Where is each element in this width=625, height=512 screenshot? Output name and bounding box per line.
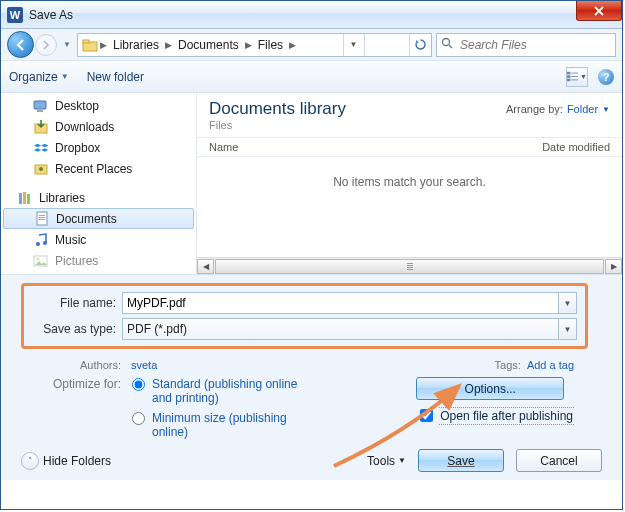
sidebar-item-documents[interactable]: Documents [3, 208, 194, 229]
documents-icon [34, 211, 50, 227]
checkbox-input[interactable] [420, 409, 433, 422]
svg-rect-17 [37, 212, 47, 225]
music-icon [33, 232, 49, 248]
arrow-left-icon [14, 38, 28, 52]
window-title: Save As [29, 8, 73, 22]
help-button[interactable]: ? [598, 69, 614, 85]
radio-input[interactable] [132, 412, 145, 425]
svg-point-22 [43, 241, 47, 245]
svg-rect-7 [567, 79, 570, 82]
svg-rect-4 [571, 73, 578, 74]
chevron-right-icon: ▶ [243, 40, 254, 50]
horizontal-scrollbar[interactable]: ◀ ▶ [197, 257, 622, 274]
sidebar-item-music[interactable]: Music [1, 229, 196, 250]
breadcrumb-seg[interactable]: Documents [174, 34, 243, 56]
save-as-dialog: W Save As ▼ ▶ Libraries ▶ Documents ▶ Fi… [0, 0, 623, 510]
authors-value[interactable]: sveta [131, 359, 157, 371]
savetype-dropdown-button[interactable]: ▼ [559, 318, 577, 340]
arrange-by-control[interactable]: Arrange by: Folder ▼ [506, 103, 610, 115]
sidebar-item-pictures[interactable]: Pictures [1, 250, 196, 271]
col-name[interactable]: Name [209, 141, 542, 153]
chevron-right-icon: ▶ [287, 40, 298, 50]
annotation-highlight-box: File name: ▼ Save as type: PDF (*.pdf) ▼ [21, 283, 588, 349]
save-button[interactable]: Save [418, 449, 504, 472]
svg-rect-6 [571, 76, 578, 77]
sidebar-label: Recent Places [55, 162, 132, 176]
nav-history-dropdown[interactable]: ▼ [61, 40, 73, 49]
authors-label: Authors: [37, 359, 127, 371]
search-icon [441, 37, 454, 53]
hide-folders-label: Hide Folders [43, 454, 111, 468]
close-button[interactable] [576, 1, 622, 21]
svg-point-13 [39, 167, 43, 171]
options-button[interactable]: Options... [416, 377, 564, 400]
breadcrumb-dropdown[interactable]: ▼ [343, 34, 365, 56]
dropbox-icon [33, 140, 49, 156]
column-headers[interactable]: Name Date modified [197, 137, 622, 157]
organize-menu[interactable]: Organize ▼ [9, 70, 69, 84]
breadcrumb-seg[interactable]: Libraries [109, 34, 163, 56]
tools-menu[interactable]: Tools ▼ [367, 454, 406, 468]
sidebar-group-libraries[interactable]: Libraries [1, 187, 196, 208]
svg-rect-10 [37, 110, 43, 112]
svg-rect-16 [27, 194, 30, 204]
library-title: Documents library [209, 99, 346, 119]
scroll-thumb[interactable] [215, 259, 604, 274]
chevron-down-icon: ▼ [602, 105, 610, 114]
col-date[interactable]: Date modified [542, 141, 610, 153]
nav-back-button[interactable] [7, 31, 34, 58]
tags-value[interactable]: Add a tag [527, 359, 574, 371]
libraries-icon [17, 190, 33, 206]
open-after-checkbox[interactable]: Open file after publishing [416, 406, 574, 425]
radio-input[interactable] [132, 378, 145, 391]
command-toolbar: Organize ▼ New folder ▼ ? [1, 61, 622, 93]
sidebar-label: Dropbox [55, 141, 100, 155]
svg-rect-9 [34, 101, 46, 109]
filename-history-dropdown[interactable]: ▼ [559, 292, 577, 314]
svg-rect-3 [567, 72, 570, 75]
empty-message: No items match your search. [197, 157, 622, 189]
scroll-right-button[interactable]: ▶ [605, 259, 622, 274]
hide-folders-button[interactable]: ˄ Hide Folders [21, 452, 111, 470]
refresh-button[interactable] [409, 34, 431, 56]
savetype-select[interactable]: PDF (*.pdf) [122, 318, 559, 340]
svg-rect-8 [571, 79, 578, 80]
radio-label: Standard (publishing online and printing… [152, 377, 302, 405]
nav-forward-button[interactable] [35, 34, 57, 56]
main-area: Desktop Downloads Dropbox Recent Places … [1, 93, 622, 274]
chevron-down-icon: ▼ [580, 73, 587, 80]
search-input[interactable] [458, 37, 611, 53]
new-folder-button[interactable]: New folder [87, 70, 144, 84]
breadcrumb-seg[interactable]: Files [254, 34, 287, 56]
cancel-button[interactable]: Cancel [516, 449, 602, 472]
sidebar-item-recent[interactable]: Recent Places [1, 158, 196, 179]
search-box[interactable] [436, 33, 616, 57]
breadcrumb[interactable]: ▶ Libraries ▶ Documents ▶ Files ▶ ▼ [77, 33, 432, 57]
chevron-down-icon: ▼ [398, 456, 406, 465]
filename-input[interactable] [122, 292, 559, 314]
savetype-value: PDF (*.pdf) [127, 322, 187, 336]
navigation-sidebar: Desktop Downloads Dropbox Recent Places … [1, 93, 197, 274]
scroll-left-button[interactable]: ◀ [197, 259, 214, 274]
sidebar-label: Desktop [55, 99, 99, 113]
sidebar-item-dropbox[interactable]: Dropbox [1, 137, 196, 158]
svg-rect-15 [23, 192, 26, 204]
optimize-standard-radio[interactable]: Standard (publishing online and printing… [127, 377, 302, 405]
content-pane: Documents library Files Arrange by: Fold… [197, 93, 622, 274]
chevron-right-icon: ▶ [98, 40, 109, 50]
sidebar-item-desktop[interactable]: Desktop [1, 95, 196, 116]
svg-point-2 [443, 38, 450, 45]
filename-label: File name: [32, 296, 122, 310]
optimize-minimum-radio[interactable]: Minimum size (publishing online) [127, 411, 302, 439]
arrange-value: Folder [567, 103, 598, 115]
sidebar-label: Documents [56, 212, 117, 226]
downloads-icon [33, 119, 49, 135]
view-icon [567, 71, 578, 82]
folder-icon [82, 37, 98, 53]
chevron-right-icon: ▶ [163, 40, 174, 50]
view-mode-button[interactable]: ▼ [566, 67, 588, 87]
sidebar-label: Pictures [55, 254, 98, 268]
tools-label: Tools [367, 454, 395, 468]
svg-rect-18 [39, 215, 45, 216]
sidebar-item-downloads[interactable]: Downloads [1, 116, 196, 137]
